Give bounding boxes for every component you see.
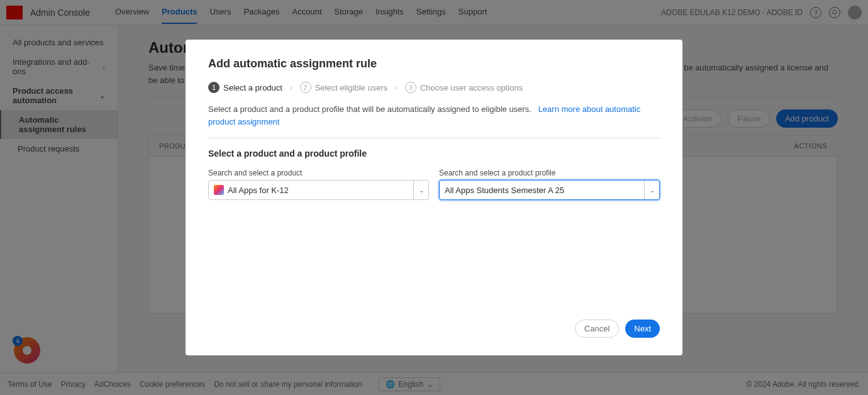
step-1-label: Select a product bbox=[223, 83, 282, 92]
step-2-label: Select eligible users bbox=[315, 83, 388, 92]
modal-subtext: Select a product and a product profile t… bbox=[208, 103, 660, 128]
step-2: 2 Select eligible users bbox=[300, 82, 388, 93]
modal-subtext-text: Select a product and a product profile t… bbox=[208, 104, 531, 114]
next-button[interactable]: Next bbox=[625, 320, 660, 338]
product-field: Search and select a product All Apps for… bbox=[208, 169, 429, 200]
modal-actions: Cancel Next bbox=[208, 320, 660, 338]
profile-field-label: Search and select a product profile bbox=[439, 169, 660, 177]
product-field-label: Search and select a product bbox=[208, 169, 429, 177]
product-select-value: All Apps for K-12 bbox=[228, 186, 408, 195]
step-3-number: 3 bbox=[405, 82, 416, 93]
profile-select[interactable]: ⌄ bbox=[439, 180, 660, 200]
product-select-content: All Apps for K-12 bbox=[209, 185, 413, 195]
profile-select-content bbox=[440, 186, 644, 195]
step-1: 1 Select a product bbox=[208, 82, 282, 93]
step-2-number: 2 bbox=[300, 82, 311, 93]
stepper: 1 Select a product › 2 Select eligible u… bbox=[208, 82, 660, 93]
creative-cloud-icon bbox=[214, 185, 224, 195]
chevron-down-icon[interactable]: ⌄ bbox=[644, 181, 659, 199]
modal-overlay[interactable]: Add automatic assignment rule 1 Select a… bbox=[0, 0, 868, 395]
modal-divider bbox=[208, 138, 660, 138]
step-1-number: 1 bbox=[208, 82, 220, 93]
modal-dialog: Add automatic assignment rule 1 Select a… bbox=[186, 40, 682, 355]
field-row: Search and select a product All Apps for… bbox=[208, 169, 660, 200]
cancel-button[interactable]: Cancel bbox=[575, 320, 619, 338]
profile-field: Search and select a product profile ⌄ bbox=[439, 169, 660, 200]
product-select[interactable]: All Apps for K-12 ⌄ bbox=[208, 180, 429, 200]
chevron-right-icon: › bbox=[395, 84, 398, 91]
step-3-label: Choose user access options bbox=[420, 83, 523, 92]
chevron-down-icon[interactable]: ⌄ bbox=[413, 181, 428, 199]
step-3: 3 Choose user access options bbox=[405, 82, 523, 93]
chevron-right-icon: › bbox=[290, 84, 292, 91]
profile-input[interactable] bbox=[445, 186, 639, 195]
modal-title: Add automatic assignment rule bbox=[208, 57, 660, 70]
modal-section-title: Select a product and a product profile bbox=[208, 148, 660, 159]
